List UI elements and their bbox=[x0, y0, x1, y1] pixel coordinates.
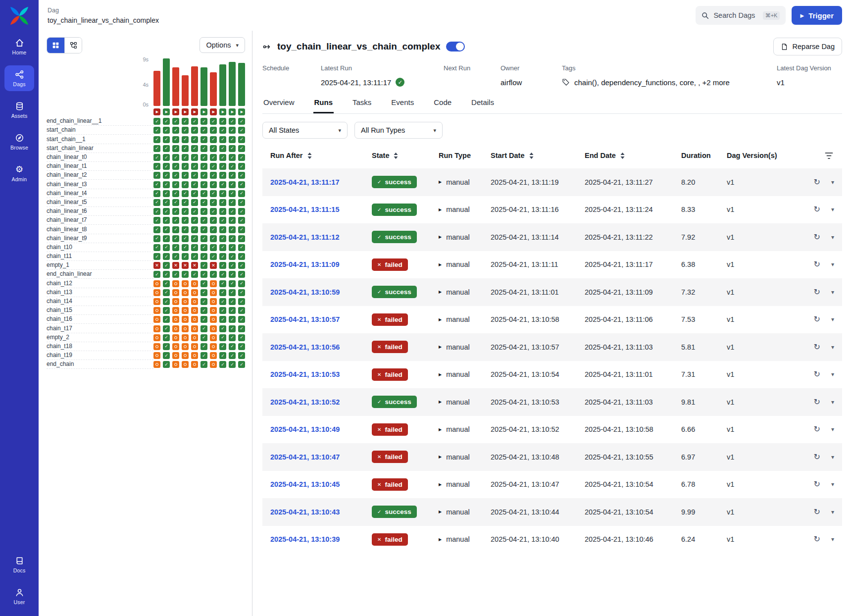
task-instance-success[interactable]: ✓ bbox=[238, 334, 245, 341]
task-instance-success[interactable]: ✓ bbox=[219, 253, 226, 260]
task-instance-success[interactable]: ✓ bbox=[219, 262, 226, 269]
task-instance-success[interactable]: ✓ bbox=[219, 163, 226, 170]
task-instance-success[interactable]: ✓ bbox=[200, 217, 207, 224]
task-instance-success[interactable]: ✓ bbox=[238, 280, 245, 287]
task-instance-success[interactable]: ✓ bbox=[229, 235, 236, 242]
task-instance-upstream_failed[interactable] bbox=[182, 298, 189, 305]
duration-bar[interactable] bbox=[191, 66, 198, 106]
task-instance-success[interactable]: ✓ bbox=[163, 136, 170, 143]
task-instance-success[interactable]: ✓ bbox=[182, 244, 189, 251]
task-instance-success[interactable]: ✓ bbox=[163, 145, 170, 152]
task-instance-success[interactable]: ✓ bbox=[210, 145, 217, 152]
run-square-failed[interactable]: ▶ bbox=[210, 108, 217, 115]
tab-runs[interactable]: Runs bbox=[313, 93, 334, 113]
task-instance-success[interactable]: ✓ bbox=[238, 271, 245, 278]
task-instance-upstream_failed[interactable] bbox=[210, 289, 217, 296]
task-instance-success[interactable]: ✓ bbox=[238, 343, 245, 350]
task-instance-success[interactable]: ✓ bbox=[229, 361, 236, 368]
task-instance-success[interactable]: ✓ bbox=[172, 154, 179, 161]
task-instance-success[interactable]: ✓ bbox=[163, 262, 170, 269]
task-instance-success[interactable]: ✓ bbox=[153, 253, 160, 260]
task-instance-success[interactable]: ✓ bbox=[238, 172, 245, 179]
task-instance-upstream_failed[interactable] bbox=[191, 361, 198, 368]
task-instance-success[interactable]: ✓ bbox=[219, 136, 226, 143]
task-name[interactable]: chain_t12 bbox=[47, 279, 153, 288]
task-instance-upstream_failed[interactable] bbox=[182, 307, 189, 314]
task-instance-success[interactable]: ✓ bbox=[238, 352, 245, 359]
column-header-state[interactable]: State bbox=[372, 152, 439, 159]
task-instance-success[interactable]: ✓ bbox=[238, 253, 245, 260]
task-instance-success[interactable]: ✓ bbox=[219, 325, 226, 332]
task-instance-success[interactable]: ✓ bbox=[163, 226, 170, 233]
task-name[interactable]: chain_linear_t1 bbox=[47, 162, 153, 171]
task-instance-success[interactable]: ✓ bbox=[219, 316, 226, 323]
row-menu-button[interactable]: ▾ bbox=[831, 509, 834, 515]
run-after-link[interactable]: 2025-04-21, 13:10:56 bbox=[270, 343, 372, 351]
task-instance-upstream_failed[interactable] bbox=[153, 352, 160, 359]
task-instance-success[interactable]: ✓ bbox=[229, 163, 236, 170]
task-instance-upstream_failed[interactable] bbox=[172, 316, 179, 323]
task-instance-upstream_failed[interactable] bbox=[172, 298, 179, 305]
task-instance-success[interactable]: ✓ bbox=[200, 181, 207, 188]
task-instance-success[interactable]: ✓ bbox=[182, 190, 189, 197]
task-instance-success[interactable]: ✓ bbox=[182, 136, 189, 143]
task-name[interactable]: empty_2 bbox=[47, 333, 153, 342]
task-instance-success[interactable]: ✓ bbox=[219, 208, 226, 215]
task-instance-success[interactable]: ✓ bbox=[238, 217, 245, 224]
row-menu-button[interactable]: ▾ bbox=[831, 399, 834, 405]
task-instance-success[interactable]: ✓ bbox=[153, 208, 160, 215]
task-instance-success[interactable]: ✓ bbox=[219, 181, 226, 188]
duration-bar[interactable] bbox=[200, 67, 207, 106]
task-instance-upstream_failed[interactable] bbox=[172, 334, 179, 341]
clear-run-button[interactable]: ↻ bbox=[814, 260, 820, 268]
task-instance-success[interactable]: ✓ bbox=[238, 307, 245, 314]
task-instance-success[interactable]: ✓ bbox=[210, 181, 217, 188]
task-instance-success[interactable]: ✓ bbox=[182, 181, 189, 188]
task-instance-success[interactable]: ✓ bbox=[191, 145, 198, 152]
task-instance-success[interactable]: ✓ bbox=[210, 172, 217, 179]
task-instance-success[interactable]: ✓ bbox=[219, 289, 226, 296]
task-name[interactable]: chain_t16 bbox=[47, 315, 153, 324]
task-instance-success[interactable]: ✓ bbox=[229, 316, 236, 323]
task-instance-success[interactable]: ✓ bbox=[172, 208, 179, 215]
run-after-link[interactable]: 2025-04-21, 13:11:09 bbox=[270, 260, 372, 268]
task-instance-upstream_failed[interactable] bbox=[172, 307, 179, 314]
task-instance-success[interactable]: ✓ bbox=[219, 217, 226, 224]
task-name[interactable]: chain_t14 bbox=[47, 297, 153, 306]
task-instance-success[interactable]: ✓ bbox=[182, 217, 189, 224]
task-instance-success[interactable]: ✓ bbox=[182, 226, 189, 233]
task-name[interactable]: empty_1 bbox=[47, 261, 153, 270]
task-instance-success[interactable]: ✓ bbox=[153, 181, 160, 188]
task-instance-success[interactable]: ✓ bbox=[229, 226, 236, 233]
task-instance-success[interactable]: ✓ bbox=[163, 271, 170, 278]
run-square-success[interactable]: ▶ bbox=[163, 108, 170, 115]
task-instance-success[interactable]: ✓ bbox=[210, 244, 217, 251]
task-instance-success[interactable]: ✓ bbox=[191, 190, 198, 197]
task-instance-success[interactable]: ✓ bbox=[163, 316, 170, 323]
run-square-failed[interactable]: ▶ bbox=[172, 108, 179, 115]
graph-view-button[interactable] bbox=[64, 38, 82, 53]
task-instance-success[interactable]: ✓ bbox=[153, 172, 160, 179]
task-name[interactable]: chain_linear_t8 bbox=[47, 225, 153, 234]
task-instance-success[interactable]: ✓ bbox=[229, 343, 236, 350]
task-name[interactable]: end_chain_linear__1 bbox=[47, 117, 153, 126]
task-instance-success[interactable]: ✓ bbox=[182, 199, 189, 206]
task-instance-success[interactable]: ✓ bbox=[153, 127, 160, 134]
task-instance-upstream_failed[interactable] bbox=[182, 334, 189, 341]
task-instance-success[interactable]: ✓ bbox=[153, 244, 160, 251]
task-instance-success[interactable]: ✓ bbox=[191, 217, 198, 224]
task-instance-success[interactable]: ✓ bbox=[200, 244, 207, 251]
task-instance-upstream_failed[interactable] bbox=[191, 343, 198, 350]
task-name[interactable]: chain_t13 bbox=[47, 288, 153, 297]
duration-bar[interactable] bbox=[238, 63, 245, 106]
row-menu-button[interactable]: ▾ bbox=[831, 234, 834, 240]
task-instance-success[interactable]: ✓ bbox=[163, 343, 170, 350]
task-instance-success[interactable]: ✓ bbox=[219, 118, 226, 125]
task-instance-upstream_failed[interactable] bbox=[182, 361, 189, 368]
task-instance-success[interactable]: ✓ bbox=[238, 235, 245, 242]
task-instance-upstream_failed[interactable] bbox=[153, 307, 160, 314]
clear-run-button[interactable]: ↻ bbox=[814, 315, 820, 323]
task-instance-success[interactable]: ✓ bbox=[219, 127, 226, 134]
task-instance-success[interactable]: ✓ bbox=[200, 280, 207, 287]
task-instance-success[interactable]: ✓ bbox=[163, 280, 170, 287]
